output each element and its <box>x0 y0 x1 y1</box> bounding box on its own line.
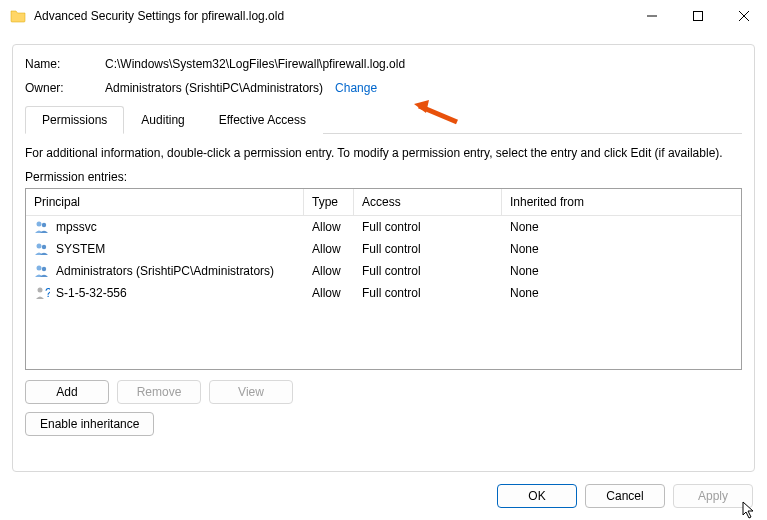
cancel-button[interactable]: Cancel <box>585 484 665 508</box>
svg-point-6 <box>37 244 42 249</box>
tab-permissions[interactable]: Permissions <box>25 106 124 134</box>
minimize-button[interactable] <box>629 0 675 32</box>
tab-auditing[interactable]: Auditing <box>124 106 201 134</box>
principal-icon <box>34 219 50 235</box>
header-inherited[interactable]: Inherited from <box>502 189 741 215</box>
dialog-footer: OK Cancel Apply <box>0 484 767 512</box>
principal-name: SYSTEM <box>56 242 105 256</box>
info-text: For additional information, double-click… <box>25 146 742 160</box>
svg-point-5 <box>42 223 46 227</box>
title-bar: Advanced Security Settings for pfirewall… <box>0 0 767 32</box>
entry-buttons: Add Remove View <box>25 380 742 404</box>
tab-strip: Permissions Auditing Effective Access <box>25 105 742 134</box>
cell-type: Allow <box>304 241 354 257</box>
change-owner-link[interactable]: Change <box>335 81 377 95</box>
cell-inherited: None <box>502 285 741 301</box>
remove-button[interactable]: Remove <box>117 380 201 404</box>
cell-type: Allow <box>304 219 354 235</box>
principal-icon <box>34 263 50 279</box>
principal-name: mpssvc <box>56 220 97 234</box>
name-field-row: Name: C:\Windows\System32\LogFiles\Firew… <box>25 57 742 71</box>
table-row[interactable]: Administrators (SrishtiPC\Administrators… <box>26 260 741 282</box>
name-value: C:\Windows\System32\LogFiles\Firewall\pf… <box>105 57 405 71</box>
cell-inherited: None <box>502 241 741 257</box>
cell-inherited: None <box>502 219 741 235</box>
ok-button[interactable]: OK <box>497 484 577 508</box>
maximize-button[interactable] <box>675 0 721 32</box>
svg-point-9 <box>42 267 46 271</box>
window-controls <box>629 0 767 32</box>
header-principal[interactable]: Principal <box>26 189 304 215</box>
owner-field-row: Owner: Administrators (SrishtiPC\Adminis… <box>25 81 742 95</box>
content-panel: Name: C:\Windows\System32\LogFiles\Firew… <box>12 44 755 472</box>
close-button[interactable] <box>721 0 767 32</box>
inheritance-buttons: Enable inheritance <box>25 412 742 436</box>
principal-name: Administrators (SrishtiPC\Administrators… <box>56 264 274 278</box>
cell-access: Full control <box>354 263 502 279</box>
header-type[interactable]: Type <box>304 189 354 215</box>
principal-icon: ? <box>34 285 50 301</box>
cell-type: Allow <box>304 285 354 301</box>
owner-label: Owner: <box>25 81 105 95</box>
svg-point-4 <box>37 222 42 227</box>
svg-point-8 <box>37 266 42 271</box>
apply-button[interactable]: Apply <box>673 484 753 508</box>
table-row[interactable]: SYSTEMAllowFull controlNone <box>26 238 741 260</box>
svg-point-10 <box>38 288 43 293</box>
name-label: Name: <box>25 57 105 71</box>
cell-access: Full control <box>354 219 502 235</box>
permission-table: Principal Type Access Inherited from mps… <box>25 188 742 370</box>
cell-inherited: None <box>502 263 741 279</box>
view-button[interactable]: View <box>209 380 293 404</box>
table-row[interactable]: mpssvcAllowFull controlNone <box>26 216 741 238</box>
tab-effective-access[interactable]: Effective Access <box>202 106 323 134</box>
enable-inheritance-button[interactable]: Enable inheritance <box>25 412 154 436</box>
principal-name: S-1-5-32-556 <box>56 286 127 300</box>
add-button[interactable]: Add <box>25 380 109 404</box>
cell-access: Full control <box>354 241 502 257</box>
svg-text:?: ? <box>45 286 50 300</box>
cell-type: Allow <box>304 263 354 279</box>
table-row[interactable]: ?S-1-5-32-556AllowFull controlNone <box>26 282 741 304</box>
folder-icon <box>10 8 26 24</box>
header-access[interactable]: Access <box>354 189 502 215</box>
permission-entries-label: Permission entries: <box>25 170 742 184</box>
window-title: Advanced Security Settings for pfirewall… <box>34 9 629 23</box>
cell-access: Full control <box>354 285 502 301</box>
table-header: Principal Type Access Inherited from <box>26 189 741 216</box>
svg-rect-1 <box>694 12 703 21</box>
owner-value: Administrators (SrishtiPC\Administrators… <box>105 81 323 95</box>
principal-icon <box>34 241 50 257</box>
svg-point-7 <box>42 245 46 249</box>
